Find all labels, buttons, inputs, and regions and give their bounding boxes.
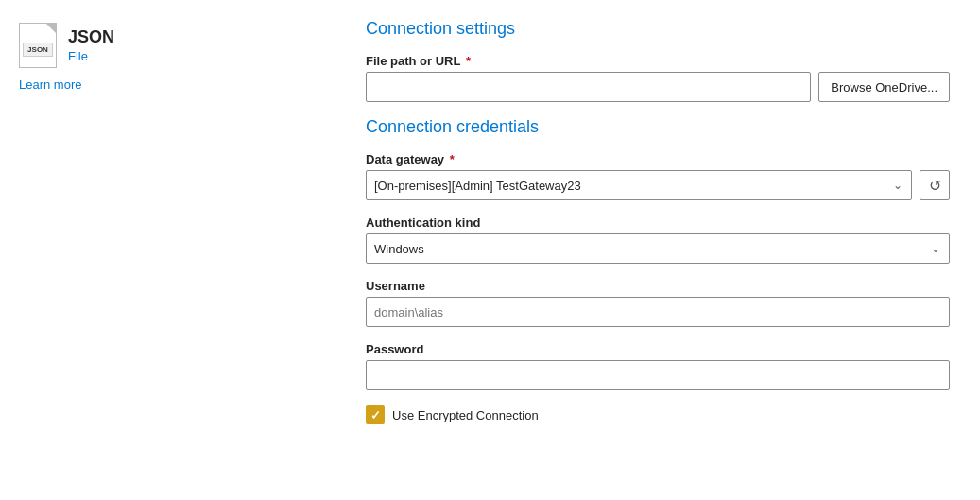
json-icon-label: JSON: [23, 43, 53, 57]
connector-type: File: [68, 49, 114, 63]
checkmark-icon: ✓: [370, 408, 381, 422]
file-path-label: File path or URL *: [366, 54, 950, 68]
json-file-icon: JSON: [19, 23, 57, 68]
auth-kind-select-wrapper: Windows Basic Anonymous ⌄: [366, 233, 950, 264]
data-gateway-group: Data gateway * [On-premises][Admin] Test…: [366, 152, 950, 200]
learn-more-link[interactable]: Learn more: [19, 78, 316, 92]
encrypted-connection-label: Use Encrypted Connection: [392, 408, 539, 422]
gateway-select-wrapper: [On-premises][Admin] TestGateway23 ⌄: [366, 170, 912, 200]
browse-onedrive-button[interactable]: Browse OneDrive...: [818, 72, 950, 102]
connector-name: JSON: [68, 27, 114, 47]
auth-kind-label: Authentication kind: [366, 216, 950, 230]
refresh-gateway-button[interactable]: ↺: [920, 170, 950, 200]
password-label: Password: [366, 342, 950, 356]
data-gateway-label: Data gateway *: [366, 152, 950, 166]
auth-kind-group: Authentication kind Windows Basic Anonym…: [366, 216, 950, 264]
data-gateway-select[interactable]: [On-premises][Admin] TestGateway23: [366, 170, 912, 200]
username-input[interactable]: [366, 297, 950, 327]
right-panel: Connection settings File path or URL * C…: [335, 0, 980, 500]
gateway-required-star: *: [446, 152, 455, 166]
connection-credentials-section: Connection credentials Data gateway * [O…: [366, 117, 950, 424]
auth-kind-select[interactable]: Windows Basic Anonymous: [366, 233, 950, 264]
connection-credentials-title: Connection credentials: [366, 117, 950, 137]
connector-header: JSON JSON File: [19, 23, 316, 68]
username-group: Username: [366, 279, 950, 327]
left-panel: JSON JSON File Learn more: [0, 0, 335, 500]
refresh-icon: ↺: [929, 177, 941, 195]
password-input[interactable]: [366, 360, 950, 390]
connection-settings-section: Connection settings File path or URL * C…: [366, 19, 950, 102]
encrypted-connection-row: ✓ Use Encrypted Connection: [366, 405, 950, 424]
username-label: Username: [366, 279, 950, 293]
encrypted-checkbox[interactable]: ✓: [366, 405, 385, 424]
file-path-group: File path or URL * C:\test-examples\JSON…: [366, 54, 950, 102]
required-star: *: [462, 54, 471, 68]
file-path-input[interactable]: C:\test-examples\JSON\TailSpinToys1.json: [366, 72, 811, 102]
connection-settings-title: Connection settings: [366, 19, 950, 39]
password-group: Password: [366, 342, 950, 390]
gateway-row: [On-premises][Admin] TestGateway23 ⌄ ↺: [366, 170, 950, 200]
file-path-row: C:\test-examples\JSON\TailSpinToys1.json…: [366, 72, 950, 102]
connector-info: JSON File: [68, 27, 114, 63]
